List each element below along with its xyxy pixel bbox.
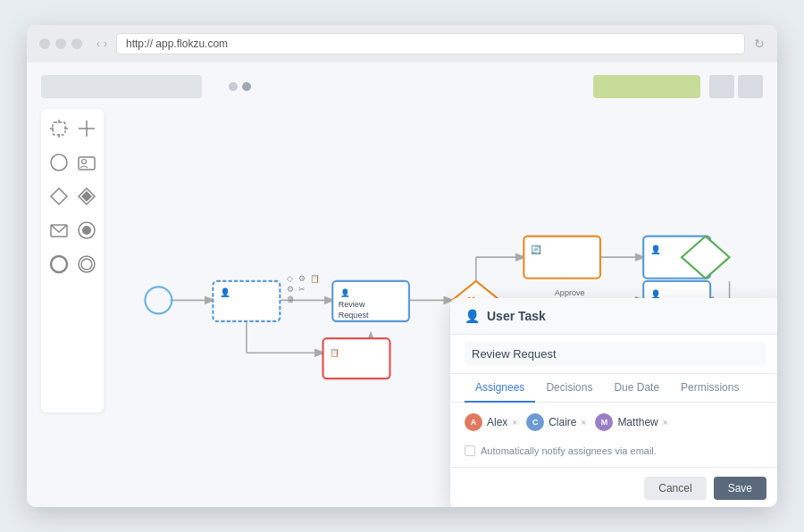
- assignee-matthew: M Matthew ×: [595, 413, 667, 431]
- gateway-filled-icon[interactable]: [76, 186, 96, 207]
- assignee-claire-remove[interactable]: ×: [582, 418, 587, 428]
- traffic-lights: [39, 38, 82, 49]
- tab-decisions[interactable]: Decisions: [535, 374, 603, 403]
- toolbar-dot-1[interactable]: [229, 82, 238, 91]
- toolbar-publish-button[interactable]: [593, 75, 700, 98]
- refresh-button[interactable]: ↻: [754, 37, 765, 51]
- boundary-event-icon[interactable]: [76, 220, 96, 241]
- end-event-icon[interactable]: [48, 254, 69, 275]
- task2-node[interactable]: [323, 338, 390, 378]
- assignee-alex-remove[interactable]: ×: [512, 418, 517, 428]
- bpmn-canvas-area: 👤 👤 Review Request ◇ ⚙ 📋 ⚙ ✂ 🗑 ×: [113, 109, 763, 482]
- svg-point-9: [81, 160, 86, 164]
- assignee-matthew-avatar: M: [595, 413, 613, 431]
- move-tool-icon[interactable]: [48, 118, 69, 139]
- toolbar-action-buttons: [709, 75, 763, 98]
- message-event-icon[interactable]: [48, 220, 69, 241]
- intermediate-event-icon[interactable]: [76, 254, 96, 275]
- svg-text:◇: ◇: [287, 274, 293, 283]
- browser-content: 👤 👤 Review Request ◇ ⚙ 📋 ⚙ ✂ 🗑 ×: [27, 62, 777, 507]
- address-bar[interactable]: http:// app.flokzu.com: [116, 33, 745, 54]
- panel-header-title: User Task: [487, 309, 546, 323]
- svg-point-15: [82, 226, 91, 235]
- toolbar-dot-2[interactable]: [242, 82, 251, 91]
- svg-rect-0: [53, 122, 65, 135]
- task-name-input[interactable]: [465, 342, 766, 366]
- svg-text:🗑: 🗑: [287, 295, 295, 303]
- svg-marker-10: [51, 188, 67, 204]
- assignee-claire-name: Claire: [549, 416, 576, 428]
- gateway-icon[interactable]: [48, 186, 69, 207]
- toolbar-placeholder: [41, 75, 202, 98]
- browser-chrome: ‹ › http:// app.flokzu.com ↻: [27, 25, 777, 62]
- traffic-light-red: [39, 38, 50, 49]
- notify-label: Automatically notify assignees via email…: [481, 445, 657, 456]
- panel-header: 👤 User Task: [450, 298, 777, 335]
- start-event-node[interactable]: [145, 287, 172, 313]
- toolbox-row-2: [48, 152, 96, 173]
- assignee-claire-avatar: C: [526, 413, 544, 431]
- cancel-button[interactable]: Cancel: [644, 477, 706, 500]
- toolbox-row-5: [48, 254, 96, 275]
- panel-tabs: Assignees Decisions Due Date Permissions: [450, 374, 777, 403]
- user-task-panel: 👤 User Task Assignees Decisions Due Date…: [450, 298, 777, 507]
- resize-tool-icon[interactable]: [76, 118, 96, 139]
- svg-text:Request: Request: [339, 311, 369, 320]
- svg-text:Review: Review: [339, 300, 365, 309]
- toolbox-row-3: [48, 186, 96, 207]
- toolbar-btn-2[interactable]: [738, 75, 763, 98]
- svg-point-16: [51, 256, 67, 272]
- svg-text:👤: 👤: [220, 287, 231, 298]
- traffic-light-green: [71, 38, 82, 49]
- svg-text:⚙: ⚙: [287, 285, 294, 294]
- assignees-list: A Alex × C Claire × M Matthew ×: [450, 403, 777, 442]
- save-button[interactable]: Save: [714, 477, 766, 500]
- assignee-matthew-name: Matthew: [617, 416, 657, 428]
- notify-checkbox[interactable]: [465, 445, 475, 456]
- tab-due-date[interactable]: Due Date: [603, 374, 670, 403]
- svg-point-7: [51, 154, 67, 170]
- svg-text:Approve: Approve: [555, 288, 585, 297]
- assignee-alex-avatar: A: [465, 413, 482, 431]
- notify-row: Automatically notify assignees via email…: [450, 442, 777, 467]
- panel-name-row: [450, 335, 777, 374]
- traffic-light-yellow: [55, 38, 66, 49]
- assignee-alex: A Alex ×: [465, 413, 517, 431]
- nav-buttons: ‹ ›: [96, 37, 107, 50]
- user-task-header-icon: 👤: [465, 309, 480, 323]
- svg-point-18: [81, 259, 92, 270]
- svg-text:📋: 📋: [310, 274, 320, 284]
- app-toolbar: [41, 75, 763, 98]
- toolbox-row-4: [48, 220, 96, 241]
- start-event-icon[interactable]: [48, 152, 69, 173]
- left-toolbox-panel: [41, 109, 104, 412]
- nav-forward-button[interactable]: ›: [104, 37, 107, 50]
- svg-text:📋: 📋: [330, 348, 339, 358]
- browser-window: ‹ › http:// app.flokzu.com ↻: [27, 25, 777, 507]
- nav-back-button[interactable]: ‹: [96, 37, 100, 50]
- svg-text:✂: ✂: [298, 285, 306, 294]
- svg-text:🔄: 🔄: [531, 245, 542, 255]
- toolbox-row-1: [48, 118, 96, 139]
- editor-area: 👤 👤 Review Request ◇ ⚙ 📋 ⚙ ✂ 🗑 ×: [41, 109, 763, 482]
- toolbar-btn-1[interactable]: [709, 75, 734, 98]
- svg-text:👤: 👤: [650, 245, 662, 255]
- assignee-claire: C Claire ×: [526, 413, 586, 431]
- tab-assignees[interactable]: Assignees: [465, 374, 535, 403]
- assignee-matthew-remove[interactable]: ×: [663, 418, 668, 428]
- svg-text:👤: 👤: [340, 288, 350, 298]
- user-task-icon[interactable]: [76, 152, 96, 173]
- assignee-alex-name: Alex: [487, 416, 507, 428]
- panel-footer: Cancel Save: [450, 467, 777, 507]
- svg-text:⚙: ⚙: [298, 274, 306, 283]
- task3-node[interactable]: [523, 237, 600, 278]
- toolbar-dots: [229, 82, 251, 91]
- tab-permissions[interactable]: Permissions: [670, 374, 750, 403]
